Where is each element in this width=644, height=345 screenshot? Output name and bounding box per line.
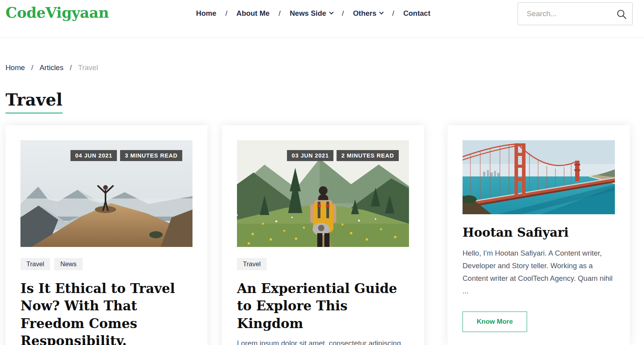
- page-title: Travel: [6, 91, 63, 113]
- breadcrumb-articles[interactable]: Articles: [40, 63, 64, 72]
- author-bio: Hello, I’m Hootan Safiyari. A Content wr…: [463, 247, 615, 297]
- page-main: Home / Articles / Travel Travel: [0, 63, 644, 345]
- nav-item-home[interactable]: Home: [196, 9, 216, 18]
- cards-row: 04 JUN 2021 3 MINUTES READ Travel News I…: [6, 125, 644, 345]
- date-badge: 04 JUN 2021: [70, 150, 117, 161]
- post-excerpt: Lorem ipsum dolor sit amet, consectetur …: [237, 337, 409, 345]
- breadcrumb-separator: /: [31, 63, 33, 72]
- author-card: Hootan Safiyari Hello, I’m Hootan Safiya…: [448, 125, 630, 345]
- tag-chip-travel[interactable]: Travel: [237, 258, 266, 270]
- breadcrumb-separator: /: [70, 63, 72, 72]
- nav-separator: /: [279, 9, 281, 18]
- image-badges: 03 JUN 2021 2 MINUTES READ: [287, 150, 399, 161]
- post-title-link[interactable]: Is It Ethical to Travel Now? With That F…: [20, 280, 192, 345]
- tag-chip-travel[interactable]: Travel: [20, 258, 50, 270]
- read-time-badge: 2 MINUTES READ: [337, 150, 399, 161]
- search-button[interactable]: [615, 8, 628, 20]
- breadcrumb-home[interactable]: Home: [6, 63, 25, 72]
- read-time-badge: 3 MINUTES READ: [120, 150, 182, 161]
- know-more-button[interactable]: Know More: [463, 312, 527, 332]
- search-icon: [616, 9, 627, 20]
- article-2-thumbnail[interactable]: 03 JUN 2021 2 MINUTES READ: [237, 140, 409, 247]
- nav-item-news-side[interactable]: News Side: [290, 9, 333, 18]
- article-card-2: 03 JUN 2021 2 MINUTES READ Travel An Exp…: [222, 125, 424, 345]
- author-card-image: [463, 140, 615, 214]
- tag-chip-news[interactable]: News: [54, 258, 82, 270]
- golden-gate-bridge-photo: [463, 140, 615, 214]
- nav-item-others[interactable]: Others: [353, 9, 383, 18]
- site-logo[interactable]: CodeVigyaan: [6, 2, 109, 23]
- tag-list: Travel: [237, 258, 409, 270]
- site-header: CodeVigyaan Home / About Me / News Side …: [0, 0, 644, 37]
- article-card-1: 04 JUN 2021 3 MINUTES READ Travel News I…: [6, 125, 207, 345]
- search-box: [518, 2, 633, 25]
- date-badge: 03 JUN 2021: [287, 150, 333, 161]
- nav-separator: /: [392, 9, 394, 18]
- tag-list: Travel News: [20, 258, 192, 270]
- author-name: Hootan Safiyari: [463, 225, 615, 240]
- post-title-link[interactable]: An Experiential Guide to Explore This Ki…: [237, 280, 409, 332]
- breadcrumb-current: Travel: [78, 63, 98, 72]
- image-badges: 04 JUN 2021 3 MINUTES READ: [70, 150, 182, 161]
- breadcrumb: Home / Articles / Travel: [6, 63, 644, 72]
- nav-item-label: News Side: [290, 9, 326, 18]
- chevron-down-icon: [329, 10, 333, 14]
- nav-item-about-me[interactable]: About Me: [237, 9, 270, 18]
- nav-separator: /: [225, 9, 227, 18]
- article-1-thumbnail[interactable]: 04 JUN 2021 3 MINUTES READ: [20, 140, 192, 247]
- main-nav: Home / About Me / News Side / Others / C…: [109, 9, 518, 18]
- nav-item-contact[interactable]: Contact: [403, 9, 430, 18]
- nav-separator: /: [342, 9, 344, 18]
- chevron-down-icon: [379, 10, 384, 14]
- nav-item-label: Others: [353, 9, 377, 18]
